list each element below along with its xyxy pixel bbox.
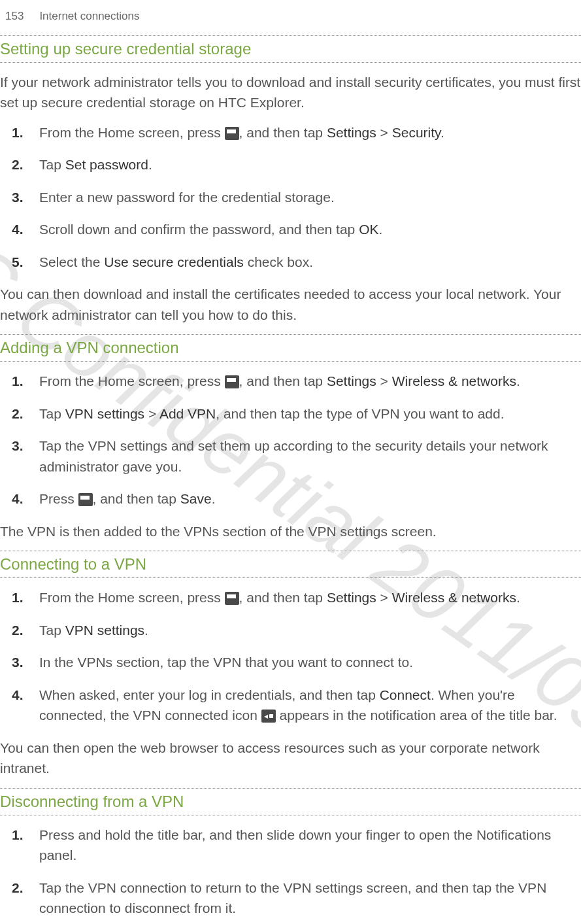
step-text: When asked, enter your log in credential… — [39, 687, 380, 702]
bold-setpassword: Set password — [65, 157, 148, 172]
outro-text: The VPN is then added to the VPNs sectio… — [0, 521, 581, 542]
bold-wireless: Wireless & networks — [392, 373, 516, 388]
list-item: Scroll down and confirm the password, an… — [0, 219, 581, 240]
divider — [0, 815, 581, 815]
page-number: 153 — [5, 8, 24, 25]
header-section: Internet connections — [39, 8, 139, 25]
step-text: Enter a new password for the credential … — [39, 187, 581, 208]
step-text: check box. — [244, 254, 313, 269]
steps-list-connect-vpn: From the Home screen, press , and then t… — [0, 587, 581, 726]
list-item: Tap VPN settings. — [0, 620, 581, 641]
step-text: Press and hold the title bar, and then s… — [39, 825, 581, 866]
step-separator: > — [376, 373, 392, 388]
step-text: From the Home screen, press — [39, 590, 225, 605]
vpn-connected-icon — [261, 710, 276, 723]
section-heading-disconnect-vpn: Disconnecting from a VPN — [0, 789, 581, 815]
bold-security: Security — [392, 125, 440, 140]
step-text: Tap — [39, 157, 65, 172]
step-text: appears in the notification area of the … — [276, 708, 557, 723]
bold-secure-creds: Use secure credentials — [104, 254, 244, 269]
step-text: Tap — [39, 623, 65, 638]
menu-icon — [225, 127, 239, 140]
step-text: . — [378, 222, 382, 237]
list-item: Enter a new password for the credential … — [0, 187, 581, 208]
step-separator: > — [376, 590, 392, 605]
intro-text: If your network administrator tells you … — [0, 72, 581, 113]
step-text: . — [144, 623, 148, 638]
step-text: . — [516, 590, 520, 605]
list-item: From the Home screen, press , and then t… — [0, 587, 581, 608]
menu-icon — [225, 375, 239, 388]
steps-list-add-vpn: From the Home screen, press , and then t… — [0, 371, 581, 509]
step-separator: > — [144, 406, 159, 421]
steps-list-credential: From the Home screen, press , and then t… — [0, 122, 581, 273]
bold-add-vpn: Add VPN — [159, 406, 216, 421]
section-heading-connect-vpn: Connecting to a VPN — [0, 551, 581, 577]
section-heading-credential: Setting up secure credential storage — [0, 36, 581, 62]
step-text: Press — [39, 491, 78, 506]
step-text: , and then tap the type of VPN you want … — [216, 406, 504, 421]
step-separator: > — [376, 125, 392, 140]
list-item: In the VPNs section, tap the VPN that yo… — [0, 652, 581, 673]
step-text: Scroll down and confirm the password, an… — [39, 222, 359, 237]
divider — [0, 62, 581, 63]
section-heading-add-vpn: Adding a VPN connection — [0, 335, 581, 361]
list-item: From the Home screen, press , and then t… — [0, 371, 581, 392]
step-text: , and then tap — [239, 373, 327, 388]
list-item: When asked, enter your log in credential… — [0, 685, 581, 726]
step-text: Select the — [39, 254, 104, 269]
bold-vpn-settings: VPN settings — [65, 406, 144, 421]
divider — [0, 361, 581, 362]
list-item: Tap VPN settings > Add VPN, and then tap… — [0, 403, 581, 424]
step-text: From the Home screen, press — [39, 373, 225, 388]
step-text: , and then tap — [239, 590, 327, 605]
outro-text: You can then open the web browser to acc… — [0, 738, 581, 779]
step-text: Tap — [39, 406, 65, 421]
list-item: Press , and then tap Save. — [0, 488, 581, 509]
list-item: From the Home screen, press , and then t… — [0, 122, 581, 143]
step-text: From the Home screen, press — [39, 125, 225, 140]
step-text: Tap the VPN connection to return to the … — [39, 878, 581, 919]
step-text: , and then tap — [93, 491, 180, 506]
bold-wireless: Wireless & networks — [392, 590, 516, 605]
bold-settings: Settings — [327, 125, 376, 140]
list-item: Select the Use secure credentials check … — [0, 252, 581, 273]
bold-settings: Settings — [327, 590, 376, 605]
step-text: . — [516, 373, 520, 388]
step-text: Tap the VPN settings and set them up acc… — [39, 436, 581, 477]
bold-vpn-settings: VPN settings — [65, 623, 144, 638]
list-item: Tap the VPN connection to return to the … — [0, 878, 581, 919]
list-item: Press and hold the title bar, and then s… — [0, 825, 581, 866]
divider — [0, 577, 581, 578]
bold-settings: Settings — [327, 373, 376, 388]
step-text: , and then tap — [239, 125, 327, 140]
bold-connect: Connect — [380, 687, 431, 702]
menu-icon — [225, 592, 239, 605]
bold-ok: OK — [359, 222, 378, 237]
bold-save: Save — [180, 491, 212, 506]
step-text: . — [212, 491, 216, 506]
step-text: . — [148, 157, 152, 172]
outro-text: You can then download and install the ce… — [0, 284, 581, 325]
step-text: . — [440, 125, 444, 140]
list-item: Tap Set password. — [0, 154, 581, 175]
steps-list-disconnect-vpn: Press and hold the title bar, and then s… — [0, 825, 581, 919]
step-text: In the VPNs section, tap the VPN that yo… — [39, 652, 581, 673]
list-item: Tap the VPN settings and set them up acc… — [0, 436, 581, 477]
page-header: 153 Internet connections — [0, 0, 581, 25]
menu-icon — [78, 493, 93, 506]
